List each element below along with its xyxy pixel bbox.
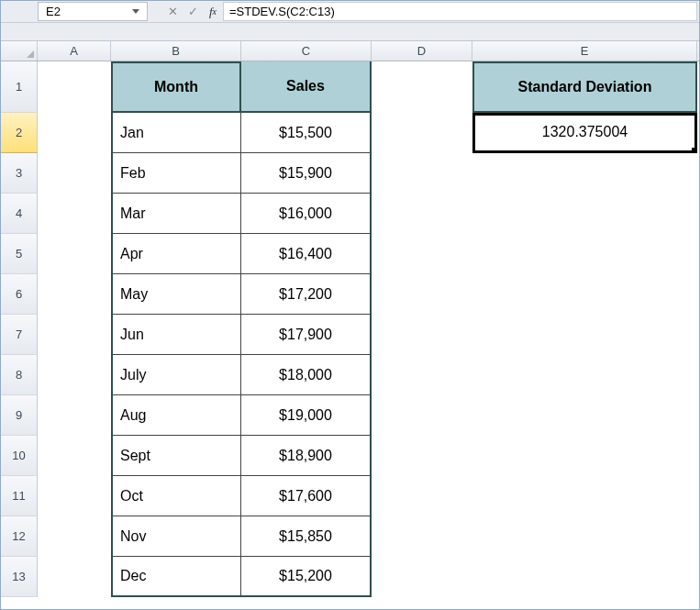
row-header[interactable]: 12 bbox=[1, 516, 38, 557]
cell[interactable] bbox=[38, 476, 111, 516]
row-header[interactable]: 1 bbox=[1, 61, 38, 113]
cell[interactable] bbox=[38, 61, 111, 113]
cell[interactable] bbox=[472, 557, 697, 597]
cell[interactable] bbox=[38, 355, 111, 395]
row-header[interactable]: 10 bbox=[1, 436, 38, 476]
cell-month[interactable]: May bbox=[111, 274, 241, 315]
col-header-E[interactable]: E bbox=[472, 41, 697, 61]
cell-month[interactable]: Mar bbox=[111, 194, 241, 234]
cell-sales[interactable]: $15,200 bbox=[241, 557, 372, 597]
enter-formula-icon: ✓ bbox=[183, 1, 203, 22]
cell[interactable] bbox=[372, 476, 472, 516]
cell[interactable] bbox=[472, 234, 697, 274]
cell-month[interactable]: Apr bbox=[111, 234, 241, 274]
chevron-down-icon[interactable] bbox=[132, 9, 139, 14]
cell[interactable] bbox=[372, 436, 472, 476]
cell[interactable] bbox=[472, 436, 697, 476]
row-header[interactable]: 3 bbox=[1, 153, 38, 194]
row-header[interactable]: 9 bbox=[1, 395, 38, 436]
cell[interactable] bbox=[372, 153, 472, 194]
cell[interactable] bbox=[38, 516, 111, 557]
cell[interactable] bbox=[38, 395, 111, 436]
header-month[interactable]: Month bbox=[111, 61, 241, 113]
cell[interactable] bbox=[372, 61, 472, 113]
cell[interactable] bbox=[472, 355, 697, 395]
row-header[interactable]: 8 bbox=[1, 355, 38, 395]
cancel-formula-icon: ✕ bbox=[162, 1, 183, 22]
select-all-corner[interactable] bbox=[1, 41, 38, 61]
cell-sales[interactable]: $17,600 bbox=[241, 476, 372, 516]
header-sales[interactable]: Sales bbox=[241, 61, 372, 113]
cell[interactable] bbox=[38, 153, 111, 194]
cell[interactable] bbox=[472, 395, 697, 436]
insert-function-button[interactable]: fx bbox=[203, 1, 223, 22]
cells-area: Month Sales Standard Deviation Jan $15,5… bbox=[38, 61, 697, 597]
cell-month[interactable]: Oct bbox=[111, 476, 241, 516]
cell-month[interactable]: Jan bbox=[111, 113, 241, 153]
formula-input[interactable]: =STDEV.S(C2:C13) bbox=[223, 2, 697, 21]
col-header-A[interactable]: A bbox=[38, 41, 111, 61]
cell-month[interactable]: Aug bbox=[111, 395, 241, 436]
cell[interactable] bbox=[38, 557, 111, 597]
cell[interactable] bbox=[372, 274, 472, 315]
row-header[interactable]: 4 bbox=[1, 194, 38, 234]
cell[interactable] bbox=[372, 395, 472, 436]
row-header[interactable]: 2 bbox=[1, 113, 38, 153]
cell[interactable] bbox=[38, 436, 111, 476]
cell-sales[interactable]: $15,900 bbox=[241, 153, 372, 194]
cell[interactable] bbox=[472, 153, 697, 194]
cell-sales[interactable]: $15,500 bbox=[241, 113, 372, 153]
cell[interactable] bbox=[372, 355, 472, 395]
name-box[interactable]: E2 bbox=[38, 2, 148, 21]
row-header[interactable]: 6 bbox=[1, 274, 38, 315]
column-headers: A B C D E bbox=[1, 41, 699, 61]
cell-sales[interactable]: $17,200 bbox=[241, 274, 372, 315]
cell[interactable] bbox=[472, 516, 697, 557]
cell-month[interactable]: Sept bbox=[111, 436, 241, 476]
cell-sales[interactable]: $15,850 bbox=[241, 516, 372, 557]
cell[interactable] bbox=[372, 234, 472, 274]
cell[interactable] bbox=[472, 476, 697, 516]
cell[interactable] bbox=[472, 315, 697, 355]
cell-month[interactable]: Nov bbox=[111, 516, 241, 557]
cell[interactable] bbox=[372, 194, 472, 234]
cell-month[interactable]: Feb bbox=[111, 153, 241, 194]
row-header[interactable]: 13 bbox=[1, 557, 38, 597]
row-headers: 1 2 3 4 5 6 7 8 9 10 11 12 13 bbox=[1, 61, 38, 597]
excel-window: E2 ✕ ✓ fx =STDEV.S(C2:C13) A B C D E 1 2… bbox=[0, 0, 700, 610]
ribbon-spacer bbox=[1, 23, 699, 41]
cell[interactable] bbox=[372, 113, 472, 153]
row-header[interactable]: 5 bbox=[1, 234, 38, 274]
row-header[interactable]: 7 bbox=[1, 315, 38, 355]
col-header-D[interactable]: D bbox=[372, 41, 472, 61]
cell-sales[interactable]: $17,900 bbox=[241, 315, 372, 355]
cell[interactable] bbox=[38, 194, 111, 234]
header-stdev[interactable]: Standard Deviation bbox=[472, 61, 697, 113]
cell-sales[interactable]: $16,000 bbox=[241, 194, 372, 234]
cell[interactable] bbox=[38, 274, 111, 315]
cell[interactable] bbox=[372, 516, 472, 557]
cell-sales[interactable]: $18,900 bbox=[241, 436, 372, 476]
col-header-B[interactable]: B bbox=[111, 41, 241, 61]
formula-text: =STDEV.S(C2:C13) bbox=[229, 5, 335, 18]
cell[interactable] bbox=[372, 557, 472, 597]
cell[interactable] bbox=[472, 274, 697, 315]
cell-stdev[interactable]: 1320.375004 bbox=[472, 113, 697, 153]
cell[interactable] bbox=[472, 194, 697, 234]
cell-sales[interactable]: $19,000 bbox=[241, 395, 372, 436]
cell[interactable] bbox=[38, 113, 111, 153]
cell-month[interactable]: Dec bbox=[111, 557, 241, 597]
spreadsheet-grid[interactable]: A B C D E 1 2 3 4 5 6 7 8 9 10 11 12 13 bbox=[1, 41, 699, 597]
cell[interactable] bbox=[372, 315, 472, 355]
row-header[interactable]: 11 bbox=[1, 476, 38, 516]
cell-sales[interactable]: $16,400 bbox=[241, 234, 372, 274]
name-box-value: E2 bbox=[46, 5, 61, 18]
cell[interactable] bbox=[38, 315, 111, 355]
formula-bar: E2 ✕ ✓ fx =STDEV.S(C2:C13) bbox=[1, 1, 699, 23]
col-header-C[interactable]: C bbox=[241, 41, 372, 61]
cell-month[interactable]: Jun bbox=[111, 315, 241, 355]
cell-month[interactable]: July bbox=[111, 355, 241, 395]
cell-sales[interactable]: $18,000 bbox=[241, 355, 372, 395]
cell[interactable] bbox=[38, 234, 111, 274]
